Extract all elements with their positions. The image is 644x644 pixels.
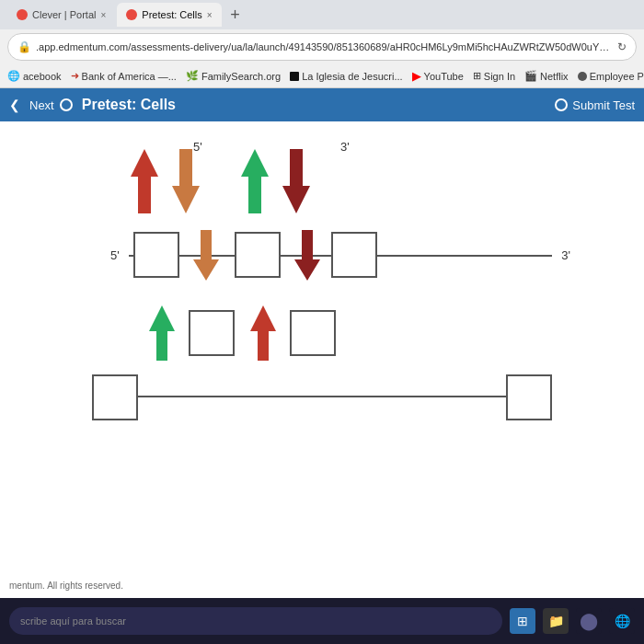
chrome-icon: 🌐 [615, 614, 630, 628]
taskbar-search-text: scribe aquí para buscar [20, 615, 126, 627]
tab-close-pretest[interactable]: × [207, 10, 213, 20]
tab-label-clever: Clever | Portal [32, 9, 97, 20]
bookmark-label-employee: Employee Po [590, 71, 644, 82]
bottom-right-box [506, 374, 552, 420]
middle-label-5prime: 5' [110, 248, 120, 262]
arrow-green-up-1 [239, 149, 271, 213]
bookmark-netflix[interactable]: 🎬 Netflix [524, 70, 569, 82]
bookmark-label-iglesia: La Iglesia de Jesucri... [302, 71, 402, 82]
bookmark-icon-iglesia [290, 72, 299, 81]
arrow-darkred-down-1 [281, 149, 313, 213]
bookmark-icon-netflix: 🎬 [524, 70, 537, 82]
url-text: .app.edmentum.com/assessments-delivery/u… [36, 41, 613, 52]
arrow-green-up-2 [147, 305, 177, 361]
taskbar-icon-windows[interactable]: ⊞ [510, 608, 535, 634]
middle-label-3prime: 3' [561, 248, 570, 262]
svg-marker-5 [294, 230, 320, 281]
arrow-red-up-2 [248, 305, 278, 361]
top-arrows-section: 5' 3' [110, 140, 607, 213]
bookmark-label-youtube: YouTube [424, 71, 464, 82]
svg-marker-0 [131, 149, 158, 213]
svg-marker-3 [282, 149, 310, 213]
svg-marker-2 [241, 149, 269, 213]
bookmark-label-signin: Sign In [484, 71, 515, 82]
bottom-strand-row [37, 370, 607, 425]
address-bar[interactable]: 🔒 .app.edmentum.com/assessments-delivery… [7, 33, 637, 61]
bookmark-label-facebook: acebook [23, 71, 62, 82]
arrow-orange-down-1 [170, 149, 202, 213]
bottom-arrows-row [147, 301, 607, 365]
tab-favicon-clever [17, 9, 28, 20]
middle-strand-section: 5' 3' [37, 223, 607, 287]
folder-icon: 📁 [548, 614, 564, 628]
middle-box-2 [235, 232, 281, 278]
footer-text: mentum. All rights reserved. [9, 581, 123, 591]
tab-label-pretest: Pretest: Cells [142, 9, 201, 20]
bookmark-icon-family: 🌿 [186, 70, 199, 82]
bottom-box-2 [290, 310, 336, 356]
bookmarks-bar: 🌐 acebook ➜ Bank of America —... 🌿 Famil… [0, 64, 644, 88]
tab-clever[interactable]: Clever | Portal × [7, 3, 115, 27]
taskbar-icons: ⊞ 📁 ⬤ 🌐 [510, 608, 635, 634]
arrow-red-up-1 [129, 149, 161, 213]
lock-icon: 🔒 [17, 40, 31, 53]
tab-bar: Clever | Portal × Pretest: Cells × + [0, 0, 644, 29]
bookmark-youtube[interactable]: ▶ YouTube [412, 69, 464, 83]
back-chevron-icon[interactable]: ❮ [9, 98, 20, 112]
bottom-left-box [92, 374, 138, 420]
taskbar: scribe aquí para buscar ⊞ 📁 ⬤ 🌐 [0, 598, 644, 644]
submit-circle-icon [555, 98, 568, 111]
new-tab-button[interactable]: + [224, 3, 247, 27]
refresh-icon: ↻ [617, 40, 627, 53]
top-label-3prime: 3' [340, 140, 350, 154]
tab-pretest[interactable]: Pretest: Cells × [117, 3, 221, 27]
svg-marker-4 [193, 230, 219, 281]
bookmark-icon-employee [578, 72, 587, 81]
bookmark-label-netflix: Netflix [540, 71, 569, 82]
taskbar-icon-chrome[interactable]: 🌐 [609, 608, 635, 634]
taskbar-icon-folder[interactable]: 📁 [543, 608, 569, 634]
bookmark-label-boa: Bank of America —... [82, 71, 177, 82]
bookmark-icon-facebook: 🌐 [7, 70, 20, 82]
bottom-box-1 [189, 310, 235, 356]
taskbar-search[interactable]: scribe aquí para buscar [9, 607, 502, 635]
content-area: 5' 3' 5' 3 [0, 121, 644, 598]
arrow-orange-down-2 [191, 230, 221, 281]
next-circle-icon [60, 98, 73, 111]
taskbar-icon-circle[interactable]: ⬤ [576, 608, 602, 634]
bottom-strand-line [129, 396, 515, 397]
middle-box-1 [133, 232, 179, 278]
bookmark-facebook[interactable]: 🌐 acebook [7, 70, 62, 82]
app-header: ❮ Next Pretest: Cells Submit Test [0, 88, 644, 121]
bookmark-signin[interactable]: ⊞ Sign In [473, 70, 515, 82]
next-button[interactable]: Next [29, 98, 54, 112]
bookmark-family[interactable]: 🌿 FamilySearch.org [186, 70, 281, 82]
circle-icon: ⬤ [580, 611, 598, 631]
page-title: Pretest: Cells [82, 97, 546, 113]
svg-marker-7 [250, 305, 276, 361]
tab-favicon-pretest [126, 9, 137, 20]
nav-controls: Next [29, 98, 73, 112]
bookmark-icon-youtube: ▶ [412, 69, 421, 83]
windows-icon: ⊞ [517, 614, 528, 628]
browser-window: Clever | Portal × Pretest: Cells × + 🔒 .… [0, 0, 644, 598]
bookmark-boa[interactable]: ➜ Bank of America —... [71, 70, 177, 82]
submit-test-button[interactable]: Submit Test [555, 98, 635, 112]
middle-box-3 [331, 232, 377, 278]
bookmark-icon-signin: ⊞ [473, 70, 481, 82]
svg-marker-6 [149, 305, 175, 361]
bookmark-label-family: FamilySearch.org [201, 71, 281, 82]
svg-marker-1 [172, 149, 200, 213]
arrow-darkred-down-2 [293, 230, 322, 281]
tab-close-clever[interactable]: × [101, 10, 107, 20]
submit-label: Submit Test [572, 98, 635, 112]
bookmark-iglesia[interactable]: La Iglesia de Jesucri... [290, 71, 402, 82]
arrow-icon-boa: ➜ [71, 70, 79, 82]
bookmark-employee[interactable]: Employee Po [578, 71, 644, 82]
